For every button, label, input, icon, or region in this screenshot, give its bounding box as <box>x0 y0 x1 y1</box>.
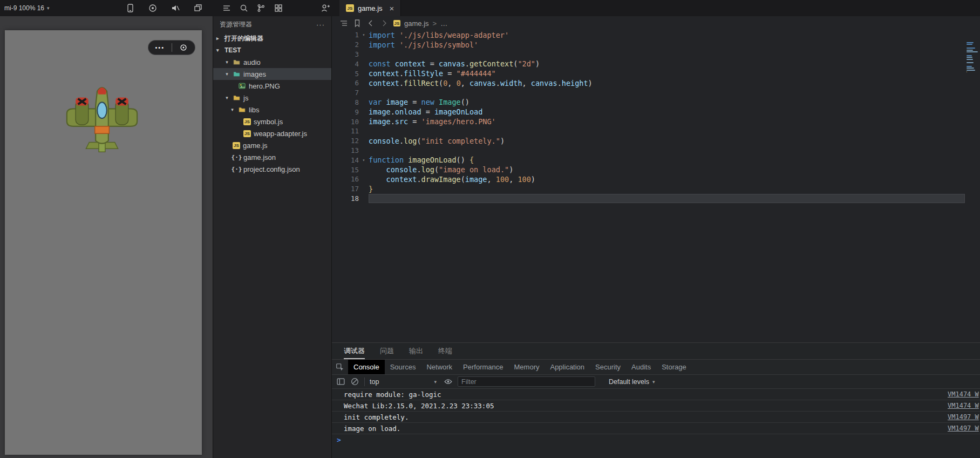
eye-icon[interactable] <box>444 377 453 386</box>
fold-icon[interactable]: ▾ <box>359 32 369 37</box>
cascade-windows-icon[interactable] <box>193 3 203 13</box>
add-user-icon[interactable] <box>321 3 330 13</box>
tree-item[interactable]: ▾js <box>213 92 331 104</box>
devtools-tab-performance[interactable]: Performance <box>458 360 508 374</box>
devtools-tab-memory[interactable]: Memory <box>509 360 545 374</box>
breadcrumb-separator: > <box>433 19 437 28</box>
fold-icon[interactable]: ▾ <box>359 158 369 163</box>
code-line[interactable]: 10image.src = 'images/hero.PNG' <box>332 117 965 126</box>
branch-icon[interactable] <box>256 3 266 13</box>
code-line[interactable]: 11 <box>332 126 965 136</box>
console-source-link[interactable]: VM1474 W <box>948 402 979 409</box>
inspect-icon[interactable] <box>332 360 348 374</box>
tree-item[interactable]: JSsymbol.js <box>213 116 331 127</box>
breadcrumb[interactable]: JS game.js > … <box>393 19 447 28</box>
filter-input[interactable] <box>458 376 595 387</box>
code-line[interactable]: 9image.onload = imageOnLoad <box>332 107 965 117</box>
tree-item[interactable]: ▾images <box>213 68 331 80</box>
panel-tab-2[interactable]: 输出 <box>409 343 423 359</box>
console-source-link[interactable]: VM1474 W <box>948 390 979 398</box>
line-number: 6 <box>332 79 359 87</box>
capsule-button[interactable]: ••• <box>148 40 195 55</box>
tree-item[interactable]: ▾libs <box>213 104 331 116</box>
chevron-icon[interactable]: ▾ <box>229 107 235 112</box>
tree-item-label: game.js <box>243 142 268 150</box>
forward-arrow-icon[interactable] <box>380 19 389 28</box>
line-number: 5 <box>332 70 359 78</box>
outline-list-icon[interactable] <box>222 3 232 13</box>
mute-icon[interactable] <box>171 3 180 13</box>
outline-icon[interactable] <box>339 19 348 28</box>
file-explorer: 资源管理器 ··· ▸ 打开的编辑器 ▾ TEST ▾audio▾imagesh… <box>213 16 332 458</box>
chevron-icon[interactable]: ▾ <box>224 71 230 77</box>
code-line[interactable]: 1▾import './js/libs/weapp-adapter' <box>332 30 965 40</box>
sidebar-toggle-icon[interactable] <box>336 377 345 386</box>
more-menu-icon[interactable]: ••• <box>148 44 172 51</box>
code-line[interactable]: 8var image = new Image() <box>332 98 965 107</box>
chevron-icon[interactable]: ▾ <box>224 59 230 65</box>
phone-icon[interactable] <box>125 3 135 13</box>
code-line[interactable]: 18 <box>332 194 965 204</box>
code-line[interactable]: 4const context = canvas.getContext("2d") <box>332 59 965 69</box>
code-line[interactable]: 2import './js/libs/symbol' <box>332 40 965 50</box>
code-line[interactable]: 5context.fillStyle = "#444444" <box>332 69 965 78</box>
console-message: image on load.VM1497 W <box>332 423 980 434</box>
simulator-panel: ••• <box>0 16 213 458</box>
code-line[interactable]: 14▾function imageOnLoad() { <box>332 155 965 165</box>
tree-item[interactable]: JSweapp-adapter.js <box>213 127 331 139</box>
project-root-section[interactable]: ▾ TEST <box>213 44 331 56</box>
console-source-link[interactable]: VM1497 W <box>948 425 979 432</box>
editor-tab-game-js[interactable]: JS game.js × <box>339 0 401 16</box>
breadcrumb-file: game.js <box>404 19 429 28</box>
chevron-down-icon: ▾ <box>652 379 655 385</box>
panel-tab-3[interactable]: 终端 <box>438 343 452 359</box>
tree-item[interactable]: JSgame.js <box>213 139 331 151</box>
code-line[interactable]: 17} <box>332 184 965 194</box>
minimap[interactable] <box>965 30 980 342</box>
record-icon[interactable] <box>148 3 158 13</box>
tree-item-label: js <box>243 94 248 102</box>
devtools-tab-audits[interactable]: Audits <box>626 360 656 374</box>
devtools-tab-application[interactable]: Application <box>545 360 590 374</box>
devtools-tab-storage[interactable]: Storage <box>656 360 692 374</box>
panel-tab-1[interactable]: 问题 <box>380 343 394 359</box>
panel-tab-0[interactable]: 调试器 <box>344 343 365 359</box>
search-icon[interactable] <box>239 3 249 13</box>
explorer-header: 资源管理器 ··· <box>213 16 331 32</box>
bookmark-icon[interactable] <box>353 19 362 28</box>
more-actions-icon[interactable]: ··· <box>316 21 325 29</box>
console-input-row[interactable]: > <box>332 434 980 446</box>
devtools-tab-sources[interactable]: Sources <box>385 360 421 374</box>
phone-screen-canvas[interactable]: ••• <box>5 30 202 455</box>
log-levels-selector[interactable]: Default levels ▾ <box>609 378 655 386</box>
console-message-text: init completely. <box>344 413 409 421</box>
tree-item-label: hero.PNG <box>249 82 280 90</box>
tree-item[interactable]: ▾audio <box>213 56 331 68</box>
line-number: 16 <box>332 175 359 183</box>
capsule-target-icon[interactable] <box>172 43 195 52</box>
open-editors-section[interactable]: ▸ 打开的编辑器 <box>213 32 331 44</box>
code-line[interactable]: 3 <box>332 50 965 59</box>
code-line[interactable]: 15 console.log("image on load.") <box>332 165 965 174</box>
clear-console-icon[interactable] <box>350 377 359 386</box>
device-selector[interactable]: mi-9 100% 16 ▾ <box>4 0 50 16</box>
devtools-tab-security[interactable]: Security <box>590 360 626 374</box>
context-selector[interactable]: top ▾ <box>370 378 439 386</box>
tree-item[interactable]: {·}game.json <box>213 151 331 163</box>
code-line[interactable]: 7 <box>332 88 965 98</box>
devtools-tab-console[interactable]: Console <box>348 360 385 374</box>
tree-item[interactable]: hero.PNG <box>213 80 331 92</box>
chevron-icon[interactable]: ▾ <box>224 95 230 100</box>
back-arrow-icon[interactable] <box>366 19 375 28</box>
close-icon[interactable]: × <box>390 4 394 13</box>
code-line[interactable]: 16 context.drawImage(image, 100, 100) <box>332 174 965 184</box>
folder-icon <box>233 58 241 66</box>
grid-icon[interactable] <box>274 3 283 13</box>
console-source-link[interactable]: VM1497 W <box>948 413 979 421</box>
code-line[interactable]: 12console.log("init completely.") <box>332 136 965 146</box>
code-line[interactable]: 13 <box>332 146 965 156</box>
devtools-tab-network[interactable]: Network <box>421 360 458 374</box>
code-line-text <box>369 88 965 98</box>
code-line[interactable]: 6context.fillRect(0, 0, canvas.width, ca… <box>332 78 965 88</box>
tree-item[interactable]: {·}project.config.json <box>213 163 331 175</box>
